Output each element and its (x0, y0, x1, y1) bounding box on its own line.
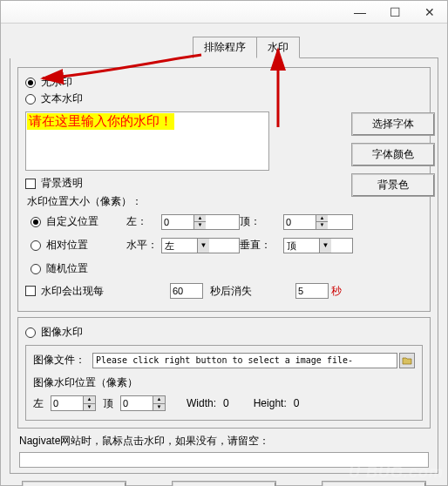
spinner-icon[interactable]: ▲▼ (316, 215, 328, 229)
bg-transparent-checkbox[interactable] (25, 179, 36, 189)
radio-custom-pos[interactable] (31, 217, 41, 227)
close-dialog-button[interactable]: 关闭 (322, 481, 426, 486)
side-button-column: 选择字体 字体颜色 背景色 (351, 112, 435, 197)
bg-transparent-label: 背景透明 (41, 176, 83, 191)
horiz-label: 水平： (126, 238, 161, 253)
image-pos-label: 图像水印位置（像素） (33, 375, 415, 390)
disappear-seconds-input[interactable] (295, 283, 329, 299)
radio-no-watermark-label: 无水印 (41, 75, 72, 90)
client-area: 排除程序 水印 无水印 文本水印 请在这里输入你的水印！ (1, 24, 447, 486)
img-width-value: 0 (223, 397, 229, 409)
radio-random-pos-label: 随机位置 (46, 261, 88, 276)
dialog-window: — ☐ ✕ 排除程序 水印 无水印 文本水印 (0, 0, 448, 486)
maximize-button[interactable]: ☐ (377, 1, 412, 23)
watermark-text-input[interactable]: 请在这里输入你的水印！ (25, 111, 269, 171)
vert-label: 垂直： (240, 238, 283, 253)
radio-no-watermark[interactable] (25, 78, 36, 88)
radio-image-watermark-label: 图像水印 (41, 325, 83, 340)
img-left-label: 左 (33, 396, 44, 411)
radio-relative-pos[interactable] (31, 240, 41, 251)
watermark-text-prompt: 请在这里输入你的水印！ (27, 113, 174, 130)
tab-watermark[interactable]: 水印 (256, 37, 300, 58)
radio-image-watermark[interactable] (25, 327, 36, 338)
save-default-button[interactable]: 默认保存 (22, 481, 126, 486)
left-label: 左： (126, 214, 161, 229)
horiz-combo[interactable]: 左▼ (161, 238, 240, 253)
img-top-label: 顶 (103, 396, 113, 411)
img-left-input[interactable]: ▲▼ (51, 395, 96, 411)
top-input[interactable]: ▲▼ (283, 214, 353, 230)
image-file-label: 图像文件： (33, 353, 92, 368)
chevron-down-icon[interactable]: ▼ (319, 239, 331, 253)
img-height-label: Height: (254, 397, 287, 409)
top-label: 顶： (240, 214, 283, 229)
spinner-icon[interactable]: ▲▼ (83, 396, 95, 410)
choose-font-button[interactable]: 选择字体 (351, 112, 435, 136)
tab-strip: 排除程序 水印 (193, 36, 438, 58)
vert-combo[interactable]: 顶▼ (283, 238, 353, 253)
minimize-button[interactable]: — (343, 1, 377, 23)
navigate-input[interactable] (19, 452, 429, 468)
navigate-label: Nagivate网站时，鼠标点击水印，如果没有，请留空： (19, 434, 429, 449)
titlebar: — ☐ ✕ (1, 1, 447, 24)
radio-text-watermark-label: 文本水印 (41, 91, 83, 106)
appear-every-checkbox[interactable] (25, 286, 36, 296)
radio-text-watermark[interactable] (25, 94, 36, 105)
chevron-down-icon[interactable]: ▼ (197, 239, 209, 253)
img-width-label: Width: (187, 397, 216, 409)
folder-icon (402, 356, 412, 365)
appear-seconds-input[interactable] (170, 283, 203, 299)
appear-every-label: 水印会出现每 (41, 284, 146, 299)
spinner-icon[interactable]: ▲▼ (193, 215, 206, 229)
disappear-after-label: 秒后消失 (210, 284, 252, 299)
close-button[interactable]: ✕ (412, 1, 447, 23)
tab-exclude[interactable]: 排除程序 (193, 37, 257, 58)
load-default-button[interactable]: 从默认加载 (172, 481, 276, 486)
seconds-unit: 秒 (331, 284, 342, 299)
browse-button[interactable] (399, 353, 415, 368)
img-height-value: 0 (294, 397, 300, 409)
image-file-input[interactable]: Please click right button to select a im… (92, 353, 397, 368)
img-top-input[interactable]: ▲▼ (120, 395, 166, 411)
footer-buttons: 默认保存 从默认加载 关闭 (10, 474, 438, 486)
spinner-icon[interactable]: ▲▼ (153, 396, 165, 410)
radio-random-pos[interactable] (31, 264, 41, 274)
left-input[interactable]: ▲▼ (161, 214, 240, 230)
radio-custom-pos-label: 自定义位置 (46, 214, 98, 229)
bg-color-button[interactable]: 背景色 (351, 173, 435, 197)
font-color-button[interactable]: 字体颜色 (351, 143, 435, 166)
radio-relative-pos-label: 相对位置 (46, 238, 88, 253)
